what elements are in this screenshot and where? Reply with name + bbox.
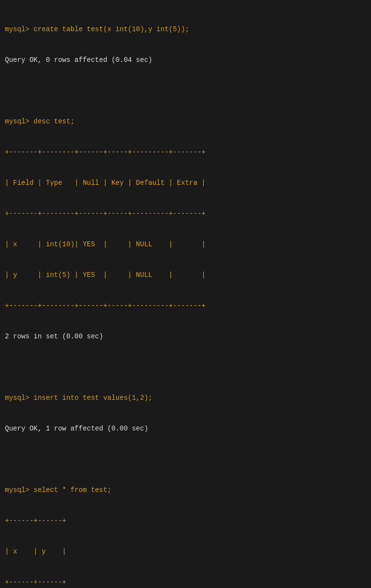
line-blank-3 xyxy=(5,454,366,465)
line-11: mysql> insert into test values(1,2); xyxy=(5,393,366,403)
line-8: | y | int(5) | YES | | NULL | | xyxy=(5,270,366,280)
line-4: +-------+--------+------+-----+---------… xyxy=(5,147,366,157)
line-6: +-------+--------+------+-----+---------… xyxy=(5,209,366,219)
line-15: | x | y | xyxy=(5,547,366,557)
terminal-window: mysql> create table test(x int(10),y int… xyxy=(5,4,366,588)
line-7: | x | int(10)| YES | | NULL | | xyxy=(5,239,366,250)
line-3: mysql> desc test; xyxy=(5,117,366,127)
line-16: +------+------+ xyxy=(5,577,366,588)
line-1: mysql> create table test(x int(10),y int… xyxy=(5,24,366,35)
line-2: Query OK, 0 rows affected (0.04 sec) xyxy=(5,55,366,65)
line-9: +-------+--------+------+-----+---------… xyxy=(5,301,366,311)
line-12: Query OK, 1 row affected (0.00 sec) xyxy=(5,424,366,434)
line-10: 2 rows in set (0.00 sec) xyxy=(5,332,366,342)
line-blank-1 xyxy=(5,86,366,96)
line-blank-2 xyxy=(5,362,366,372)
line-13: mysql> select * from test; xyxy=(5,485,366,495)
line-14: +------+------+ xyxy=(5,516,366,526)
line-5: | Field | Type | Null | Key | Default | … xyxy=(5,178,366,188)
